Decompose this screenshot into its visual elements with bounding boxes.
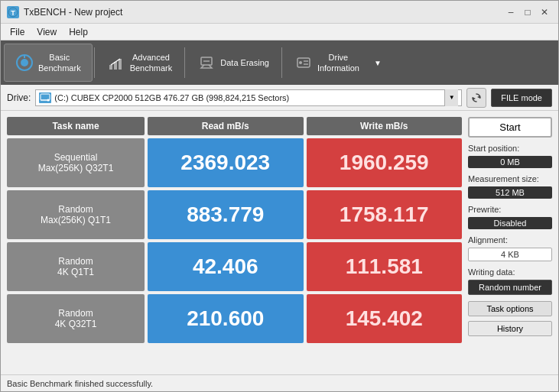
start-position-value: 0 MB (468, 156, 552, 168)
table-header: Task name Read mB/s Write mB/s (7, 117, 462, 135)
prewrite-label: Prewrite: (468, 205, 552, 214)
drive-refresh-button[interactable] (466, 88, 486, 108)
row-write-1: 1758.117 (307, 190, 463, 239)
title-bar-controls: – □ ✕ (503, 5, 552, 20)
status-bar: Basic Benchmark finished successfully. (1, 374, 558, 391)
advanced-benchmark-label: Advanced Benchmark (130, 52, 173, 74)
drive-label: Drive: (7, 92, 31, 103)
menu-help[interactable]: Help (63, 25, 94, 39)
row-write-3: 145.402 (307, 294, 463, 343)
history-button[interactable]: History (468, 321, 552, 336)
right-panel: Start Start position: 0 MB Measurement s… (468, 117, 552, 368)
measurement-size-label: Measurement size: (468, 174, 552, 183)
toolbar-basic-benchmark[interactable]: Basic Benchmark (4, 44, 93, 82)
table-row: Random 4K Q1T1 42.406 111.581 (7, 242, 462, 291)
main-content: Task name Read mB/s Write mB/s Sequentia… (1, 111, 558, 374)
svg-marker-18 (473, 97, 476, 100)
drive-select[interactable]: (C:) CUBEX CP2000 512GB 476.27 GB (998,8… (35, 89, 462, 106)
row-read-3: 210.600 (148, 294, 304, 343)
table-row: Random Max(256K) Q1T1 883.779 1758.117 (7, 190, 462, 239)
drive-information-icon (294, 53, 313, 72)
drive-select-inner: (C:) CUBEX CP2000 512GB 476.27 GB (998,8… (39, 92, 444, 103)
title-bar-left: T TxBENCH - New project (7, 6, 122, 18)
row-write-0: 1960.259 (307, 138, 463, 187)
menu-view[interactable]: View (31, 25, 63, 39)
svg-marker-17 (477, 96, 480, 99)
advanced-benchmark-icon (107, 53, 125, 72)
row-write-2: 111.581 (307, 242, 463, 291)
toolbar: Basic Benchmark Advanced Benchmark (1, 40, 558, 85)
svg-rect-7 (119, 59, 122, 70)
col-read: Read mB/s (148, 117, 304, 135)
svg-rect-5 (109, 65, 112, 70)
start-position-label: Start position: (468, 144, 552, 153)
drive-icon (39, 92, 51, 103)
title-bar: T TxBENCH - New project – □ ✕ (1, 1, 558, 24)
task-options-button[interactable]: Task options (468, 301, 552, 316)
drive-bar: Drive: (C:) CUBEX CP2000 512GB 476.27 GB… (1, 85, 558, 111)
drive-dropdown-arrow[interactable]: ▼ (444, 89, 458, 106)
drive-text: (C:) CUBEX CP2000 512GB 476.27 GB (998,8… (54, 93, 289, 102)
alignment-value: 4 KB (468, 248, 552, 261)
toolbar-drive-information[interactable]: Drive Information (284, 44, 370, 82)
status-text: Basic Benchmark finished successfully. (7, 379, 153, 388)
svg-text:T: T (11, 9, 15, 17)
writing-data-label: Writing data: (468, 267, 552, 277)
row-label-3: Random 4K Q32T1 (7, 294, 145, 343)
main-window: T TxBENCH - New project – □ ✕ File View … (0, 0, 559, 392)
minimize-button[interactable]: – (503, 5, 518, 20)
app-icon: T (7, 6, 19, 18)
toolbar-data-erasing[interactable]: Data Erasing (187, 44, 280, 82)
measurement-size-value: 512 MB (468, 186, 552, 199)
maximize-button[interactable]: □ (520, 5, 535, 20)
start-button[interactable]: Start (468, 117, 552, 138)
table-row: Random 4K Q32T1 210.600 145.402 (7, 294, 462, 343)
row-label-2: Random 4K Q1T1 (7, 242, 145, 291)
svg-point-3 (21, 59, 28, 66)
data-erasing-label: Data Erasing (220, 57, 269, 68)
file-mode-button[interactable]: FILE mode (491, 89, 552, 107)
benchmark-area: Task name Read mB/s Write mB/s Sequentia… (7, 117, 462, 368)
drive-information-label: Drive Information (317, 52, 359, 74)
table-rows: Sequential Max(256K) Q32T1 2369.023 1960… (7, 138, 462, 343)
data-erasing-icon (197, 53, 216, 72)
table-row: Sequential Max(256K) Q32T1 2369.023 1960… (7, 138, 462, 187)
toolbar-sep-3 (281, 47, 282, 78)
toolbar-sep-1 (94, 47, 95, 78)
row-read-1: 883.779 (148, 190, 304, 239)
toolbar-dropdown-arrow[interactable]: ▼ (370, 44, 385, 82)
row-label-1: Random Max(256K) Q1T1 (7, 190, 145, 239)
alignment-label: Alignment: (468, 235, 552, 245)
col-write: Write mB/s (307, 117, 463, 135)
window-title: TxBENCH - New project (24, 7, 122, 18)
row-label-0: Sequential Max(256K) Q32T1 (7, 138, 145, 187)
menu-file[interactable]: File (4, 25, 31, 39)
row-read-0: 2369.023 (148, 138, 304, 187)
basic-benchmark-label: Basic Benchmark (38, 52, 81, 74)
close-button[interactable]: ✕ (537, 5, 552, 20)
svg-point-11 (299, 61, 302, 64)
toolbar-advanced-benchmark[interactable]: Advanced Benchmark (96, 44, 184, 82)
writing-data-button[interactable]: Random number (468, 280, 552, 295)
row-read-2: 42.406 (148, 242, 304, 291)
prewrite-value: Disabled (468, 217, 552, 229)
col-task-name: Task name (7, 117, 145, 135)
toolbar-sep-2 (184, 47, 185, 78)
basic-benchmark-icon (15, 53, 34, 72)
menu-bar: File View Help (1, 24, 558, 40)
